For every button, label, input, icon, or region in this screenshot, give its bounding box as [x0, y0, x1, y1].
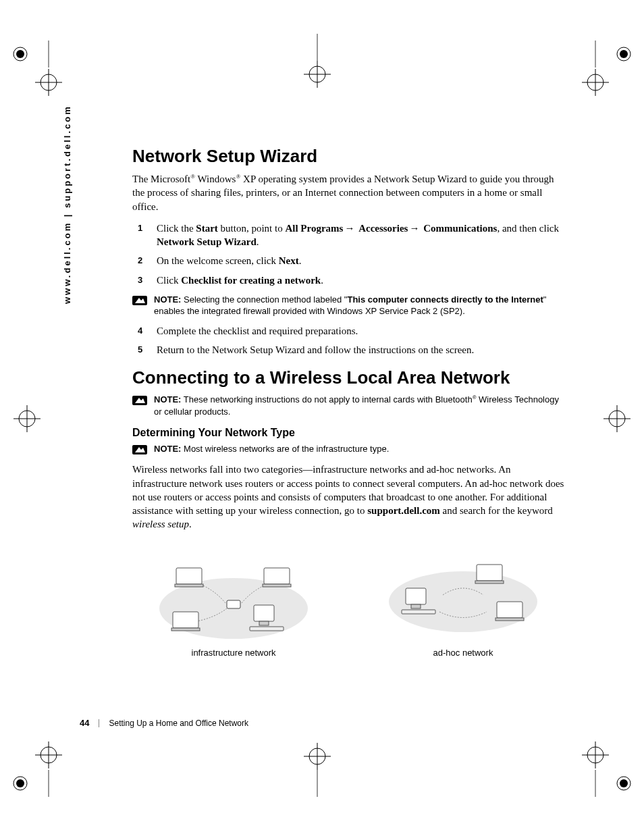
- crop-mark-icon: [7, 736, 68, 797]
- page-footer: 44 Setting Up a Home and Office Network: [80, 718, 248, 728]
- step-number: 1: [138, 222, 142, 234]
- subheading-network-type: Determining Your Network Type: [132, 427, 564, 439]
- step-3: 3 Click Checklist for creating a network…: [132, 273, 564, 287]
- step-2: 2 On the welcome screen, click Next.: [132, 254, 564, 267]
- note-block: NOTE: These networking instructions do n…: [132, 394, 564, 417]
- svg-rect-56: [495, 618, 524, 621]
- svg-rect-55: [497, 602, 522, 618]
- note-text: NOTE: Selecting the connection method la…: [154, 294, 564, 317]
- page-content: Network Setup Wizard The Microsoft® Wind…: [132, 146, 564, 658]
- heading-network-setup-wizard: Network Setup Wizard: [132, 146, 564, 167]
- note-icon: [132, 394, 147, 407]
- svg-rect-53: [477, 565, 502, 581]
- note-text: NOTE: These networking instructions do n…: [154, 394, 564, 417]
- figure-caption: infrastructure network: [132, 648, 335, 658]
- footer-separator: [99, 719, 99, 727]
- crop-mark-icon: [597, 405, 637, 432]
- crop-mark-icon: [576, 41, 637, 101]
- heading-connecting-wlan: Connecting to a Wireless Local Area Netw…: [132, 367, 564, 388]
- svg-rect-46: [263, 584, 291, 587]
- svg-rect-45: [264, 568, 290, 584]
- step-number: 3: [138, 274, 142, 286]
- figure-adhoc: ad-hoc network: [362, 548, 564, 658]
- svg-point-22: [16, 779, 24, 787]
- footer-section-title: Setting Up a Home and Office Network: [109, 719, 248, 728]
- svg-rect-49: [254, 605, 274, 621]
- step-number: 4: [138, 325, 142, 337]
- note-block: NOTE: Selecting the connection method la…: [132, 294, 564, 317]
- side-url-label: www.dell.com | support.dell.com: [62, 105, 72, 304]
- note-text: NOTE: Most wireless networks are of the …: [154, 443, 389, 455]
- crop-mark-icon: [576, 736, 637, 797]
- crop-mark-icon: [7, 405, 47, 432]
- note-block: NOTE: Most wireless networks are of the …: [132, 443, 564, 456]
- body-paragraph: Wireless networks fall into two categori…: [132, 463, 564, 531]
- step-number: 5: [138, 344, 142, 356]
- note-icon: [132, 444, 147, 456]
- svg-point-7: [620, 50, 628, 58]
- figures-row: infrastructure network ad-hoc network: [132, 548, 564, 658]
- steps-list: 1 Click the Start button, point to All P…: [132, 221, 564, 287]
- figure-caption: ad-hoc network: [362, 648, 564, 658]
- figure-infrastructure: infrastructure network: [132, 548, 335, 658]
- svg-rect-42: [227, 600, 240, 608]
- svg-point-28: [620, 779, 628, 787]
- svg-rect-50: [259, 621, 269, 625]
- step-number: 2: [138, 255, 142, 267]
- svg-point-1: [16, 50, 24, 58]
- step-4: 4 Complete the checklist and required pr…: [132, 324, 564, 338]
- step-5: 5 Return to the Network Setup Wizard and…: [132, 343, 564, 357]
- svg-rect-57: [406, 588, 426, 604]
- note-icon: [132, 294, 147, 307]
- steps-list-cont: 4 Complete the checklist and required pr…: [132, 324, 564, 357]
- svg-rect-58: [411, 604, 421, 608]
- svg-rect-59: [402, 610, 435, 614]
- step-1: 1 Click the Start button, point to All P…: [132, 221, 564, 249]
- svg-rect-48: [171, 628, 200, 631]
- intro-paragraph: The Microsoft® Windows® XP operating sys…: [132, 172, 564, 213]
- infrastructure-network-illustration: [146, 548, 321, 642]
- svg-rect-47: [173, 612, 198, 628]
- adhoc-network-illustration: [375, 548, 551, 642]
- crop-mark-icon: [297, 743, 338, 797]
- crop-mark-icon: [297, 34, 338, 88]
- crop-mark-icon: [7, 41, 68, 101]
- page-number: 44: [80, 718, 89, 728]
- svg-rect-43: [176, 568, 202, 584]
- svg-rect-44: [175, 584, 203, 587]
- svg-rect-51: [250, 627, 284, 631]
- svg-rect-54: [475, 581, 504, 583]
